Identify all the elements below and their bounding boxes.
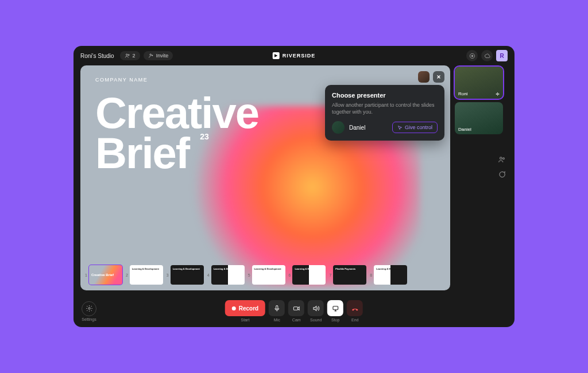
audio-active-icon — [495, 91, 500, 96]
stop-share-button[interactable] — [327, 300, 343, 316]
people-icon[interactable] — [497, 155, 506, 164]
popover-subtitle: Allow another participant to control the… — [332, 102, 438, 115]
close-icon[interactable] — [433, 71, 444, 83]
presenter-mini-avatar[interactable] — [418, 71, 430, 83]
participant-count: 2 — [133, 53, 136, 59]
thumbnail-item[interactable]: 1 Creative Brief — [85, 265, 122, 285]
svg-point-4 — [471, 55, 473, 57]
thumbnail-item[interactable]: 5 Learning & Development — [248, 265, 285, 285]
user-avatar[interactable]: R — [496, 50, 508, 61]
invite-button[interactable]: Invite — [144, 51, 173, 60]
invite-label: Invite — [156, 53, 169, 59]
side-rail — [497, 155, 506, 179]
cloud-icon[interactable] — [481, 50, 493, 61]
slide-title-badge: 23 — [200, 132, 209, 141]
sound-button[interactable] — [308, 300, 324, 316]
svg-rect-12 — [293, 306, 297, 309]
camera-button[interactable] — [288, 300, 304, 316]
svg-point-0 — [126, 54, 127, 56]
presenter-row: Daniel Give control — [332, 121, 438, 134]
svg-rect-5 — [496, 94, 497, 95]
thumbnail-item[interactable]: 4 Learning & Development — [207, 265, 245, 285]
svg-rect-11 — [276, 305, 278, 309]
app-window: Roni's Studio 2 Invite RIVERSIDE R — [74, 46, 514, 327]
record-dot-icon — [232, 306, 236, 310]
choose-presenter-popover: Choose presenter Allow another participa… — [325, 85, 444, 141]
start-label: Start — [241, 318, 250, 322]
participant-count-pill[interactable]: 2 — [120, 51, 140, 60]
thumbnail-item[interactable]: 8 Learning & Development — [370, 265, 407, 285]
svg-rect-13 — [333, 306, 338, 309]
record-button[interactable]: Record — [225, 300, 265, 316]
presenter-avatar — [332, 121, 345, 134]
brand-name: RIVERSIDE — [283, 53, 316, 59]
end-call-button[interactable] — [347, 300, 363, 316]
svg-point-2 — [150, 54, 152, 56]
thumbnail-item[interactable]: 6 Learning & Development — [289, 265, 326, 285]
header-bar: Roni's Studio 2 Invite RIVERSIDE R — [74, 46, 514, 65]
slide-stage: COMPANY NAME Creative Brief 23 Choose p — [80, 65, 450, 290]
svg-point-1 — [128, 55, 129, 56]
settings-button[interactable] — [82, 301, 96, 316]
svg-rect-6 — [497, 92, 498, 95]
record-local-icon[interactable] — [466, 50, 478, 61]
svg-point-9 — [502, 158, 504, 160]
svg-point-10 — [88, 308, 90, 309]
thumbnail-item[interactable]: 7 Flexible Payments — [329, 265, 366, 285]
svg-rect-7 — [498, 94, 499, 95]
popover-title: Choose presenter — [332, 92, 438, 99]
thumbnail-item[interactable]: 2 Learning & Development — [126, 265, 163, 285]
mic-button[interactable] — [269, 300, 285, 316]
thumbnail-item[interactable]: 3 Learning & Development — [167, 265, 204, 285]
brand-logo: RIVERSIDE — [273, 52, 316, 59]
presenter-name: Daniel — [349, 125, 388, 131]
logo-mark-icon — [273, 52, 280, 59]
main-area: COMPANY NAME Creative Brief 23 Choose p — [74, 65, 514, 295]
company-name-label: COMPANY NAME — [95, 77, 435, 83]
participant-tile[interactable]: Daniel — [455, 102, 503, 134]
settings-label: Settings — [82, 317, 96, 321]
controls-bar: Settings Record Start Mic Cam — [74, 295, 514, 327]
thumbnail-strip: 1 Creative Brief 2 Learning & Developmen… — [80, 259, 450, 290]
chat-icon[interactable] — [497, 170, 506, 179]
give-control-button[interactable]: Give control — [392, 122, 438, 133]
svg-point-8 — [500, 157, 502, 160]
participant-tile[interactable]: Roni — [455, 67, 503, 99]
studio-name: Roni's Studio — [80, 53, 114, 59]
